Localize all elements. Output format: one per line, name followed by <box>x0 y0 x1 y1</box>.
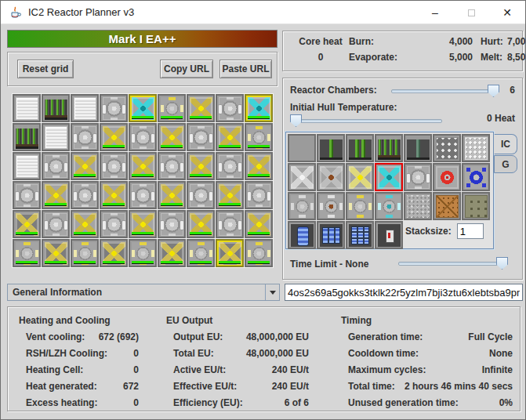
grid-cell-5-0[interactable] <box>13 239 41 267</box>
palette-item-rsh-condensator[interactable] <box>375 221 403 249</box>
grid-cell-2-4[interactable] <box>129 152 157 180</box>
info-dropdown[interactable]: General Information <box>7 284 280 301</box>
grid-cell-1-8[interactable] <box>245 123 273 151</box>
stat-row: Effective EU/t:240 EU/t <box>166 378 309 394</box>
grid-cell-0-1[interactable] <box>42 94 70 122</box>
grid-cell-2-0[interactable] <box>13 152 41 180</box>
palette-item-plating-hardened[interactable] <box>462 192 490 220</box>
grid-cell-5-3[interactable] <box>100 239 128 267</box>
grid-cell-5-6[interactable] <box>187 239 215 267</box>
time-limit-slider-thumb[interactable] <box>496 257 508 270</box>
tab-ic[interactable]: IC <box>494 134 517 154</box>
hull-temperature-slider-track[interactable] <box>293 119 442 123</box>
grid-cell-4-8[interactable] <box>245 210 273 238</box>
palette-item-coolant-cell-30k[interactable] <box>317 221 345 249</box>
stat-label: Efficiency (EU): <box>173 397 243 408</box>
grid-cell-2-7[interactable] <box>216 152 244 180</box>
grid-cell-3-7[interactable] <box>216 181 244 209</box>
palette-item-coolant-cell-60k[interactable] <box>346 221 374 249</box>
grid-cell-1-4[interactable] <box>129 123 157 151</box>
grid-cell-4-1[interactable] <box>42 210 70 238</box>
stacksize-input[interactable] <box>457 223 484 239</box>
grid-cell-0-0[interactable] <box>13 94 41 122</box>
durability-bar <box>45 203 67 206</box>
grid-cell-1-7[interactable] <box>216 123 244 151</box>
grid-cell-1-2[interactable] <box>71 123 99 151</box>
minimize-button[interactable]: – <box>417 1 453 24</box>
palette-item-basic-component-vent[interactable] <box>288 192 316 220</box>
grid-cell-3-5[interactable] <box>158 181 186 209</box>
palette-item-advanced-component-vent[interactable] <box>375 192 403 220</box>
palette-item-core-heat-exchanger[interactable] <box>317 163 345 191</box>
palette-item-quad-fuel-rod[interactable] <box>375 134 403 162</box>
palette-item-empty-slot[interactable] <box>288 134 316 162</box>
grid-cell-5-2[interactable] <box>71 239 99 267</box>
palette-item-basic-heat-exchanger[interactable] <box>288 163 316 191</box>
grid-cell-4-0[interactable] <box>13 210 41 238</box>
close-button[interactable]: ✕ <box>489 1 525 24</box>
palette-item-component-heat-vent[interactable] <box>346 192 374 220</box>
paste-url-button[interactable]: Paste URL <box>219 60 272 78</box>
dropdown-arrow-button[interactable] <box>265 284 279 300</box>
copy-url-button[interactable]: Copy URL <box>160 60 213 78</box>
grid-cell-2-3[interactable] <box>100 152 128 180</box>
grid-cell-3-2[interactable] <box>71 181 99 209</box>
grid-cell-3-0[interactable] <box>13 181 41 209</box>
palette-item-heat-capacity-plating[interactable] <box>462 134 490 162</box>
grid-cell-4-2[interactable] <box>71 210 99 238</box>
tab-g[interactable]: G <box>494 155 517 173</box>
grid-cell-4-5[interactable] <box>158 210 186 238</box>
grid-cell-2-8[interactable] <box>245 152 273 180</box>
palette-item-dual-fuel-rod[interactable] <box>346 134 374 162</box>
grid-cell-1-0[interactable] <box>13 123 41 151</box>
reactor-chambers-slider-thumb[interactable] <box>488 85 499 97</box>
palette-item-containment-plating[interactable] <box>433 134 461 162</box>
grid-cell-4-4[interactable] <box>129 210 157 238</box>
grid-cell-3-1[interactable] <box>42 181 70 209</box>
palette-item-plating-copper[interactable] <box>433 192 461 220</box>
grid-cell-0-8[interactable] <box>245 94 273 122</box>
grid-cell-2-1[interactable] <box>42 152 70 180</box>
palette-item-plating-speckled[interactable] <box>404 192 432 220</box>
grid-cell-0-7[interactable] <box>216 94 244 122</box>
reactor-code-input[interactable] <box>285 284 523 301</box>
grid-cell-5-4[interactable] <box>129 239 157 267</box>
grid-cell-3-8[interactable] <box>245 181 273 209</box>
grid-cell-2-5[interactable] <box>158 152 186 180</box>
palette-item-core-component-vent[interactable] <box>317 192 345 220</box>
grid-cell-2-6[interactable] <box>187 152 215 180</box>
grid-cell-4-7[interactable] <box>216 210 244 238</box>
palette-item-component-heat-exchanger[interactable] <box>462 163 490 191</box>
time-limit-slider-track[interactable] <box>398 262 506 266</box>
grid-cell-3-4[interactable] <box>129 181 157 209</box>
grid-cell-5-5[interactable] <box>158 239 186 267</box>
palette-item-heat-vent[interactable] <box>404 163 432 191</box>
palette-item-fuel-rod[interactable] <box>317 134 345 162</box>
palette-item-coolant-cell-10k[interactable] <box>288 221 316 249</box>
grid-cell-0-4[interactable] <box>129 94 157 122</box>
grid-cell-5-1[interactable] <box>42 239 70 267</box>
grid-cell-1-5[interactable] <box>158 123 186 151</box>
reactor-chambers-slider-track[interactable] <box>391 89 498 93</box>
grid-cell-1-3[interactable] <box>100 123 128 151</box>
grid-cell-1-6[interactable] <box>187 123 215 151</box>
palette-item-depleted-fuel-rod[interactable] <box>404 134 432 162</box>
grid-cell-3-6[interactable] <box>187 181 215 209</box>
grid-cell-0-6[interactable] <box>187 94 215 122</box>
grid-cell-1-1[interactable] <box>42 123 70 151</box>
hull-temperature-slider-thumb[interactable] <box>290 114 302 127</box>
grid-cell-0-2[interactable] <box>71 94 99 122</box>
grid-cell-4-3[interactable] <box>100 210 128 238</box>
grid-cell-5-8[interactable] <box>245 239 273 267</box>
grid-cell-5-7[interactable] <box>216 239 244 267</box>
grid-cell-4-6[interactable] <box>187 210 215 238</box>
palette-item-overclocked-heat-vent[interactable] <box>375 163 403 191</box>
grid-cell-3-3[interactable] <box>100 181 128 209</box>
grid-cell-0-3[interactable] <box>100 94 128 122</box>
stat-row: Total EU:48,000,000 EU <box>166 345 309 361</box>
palette-item-gold-heat-exchanger[interactable] <box>346 163 374 191</box>
palette-item-reactor-heat-vent[interactable] <box>433 163 461 191</box>
reset-grid-button[interactable]: Reset grid <box>17 60 74 78</box>
grid-cell-0-5[interactable] <box>158 94 186 122</box>
grid-cell-2-2[interactable] <box>71 152 99 180</box>
